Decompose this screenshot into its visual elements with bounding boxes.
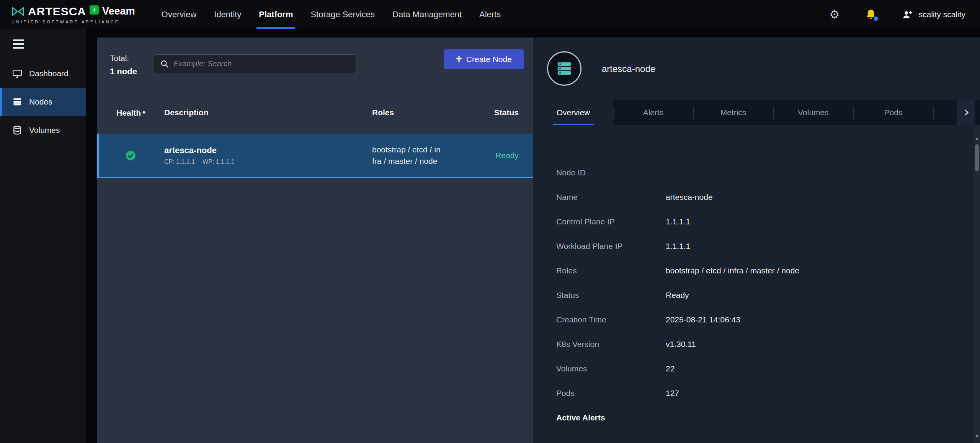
artesca-bowtie-icon — [11, 7, 24, 16]
field-name: Name artesca-node — [556, 185, 974, 209]
scrollbar-thumb[interactable] — [975, 144, 979, 171]
brand-name: ARTESCA — [28, 5, 86, 18]
main-nav: Overview Identity Platform Storage Servi… — [153, 0, 510, 29]
field-roles: Roles bootstrap / etcd / infra / master … — [556, 258, 974, 283]
sidebar-collapse-button[interactable] — [0, 29, 86, 59]
sidebar-item-volumes[interactable]: Volumes — [0, 116, 86, 144]
user-menu[interactable]: scality scality — [902, 10, 965, 20]
search-icon — [160, 59, 169, 68]
sort-asc-icon: ▴ — [142, 108, 145, 114]
create-node-button[interactable]: + Create Node — [444, 49, 524, 69]
tab-metrics[interactable]: Metrics — [693, 100, 773, 125]
menu-icon — [13, 39, 24, 49]
search-input[interactable] — [173, 59, 350, 68]
scroll-up-arrow-icon[interactable]: ▲ — [974, 136, 980, 141]
nav-platform[interactable]: Platform — [250, 0, 302, 29]
field-creation-time: Creation Time 2025-08-21 14:06:43 — [556, 307, 974, 332]
veeam-plus-badge: + — [90, 5, 99, 15]
field-node-id: Node ID — [556, 160, 974, 185]
node-table-row[interactable]: artesca-node CP: 1.1.1.1 WP: 1.1.1.1 boo… — [97, 134, 533, 178]
node-overview-content: Node ID Name artesca-node Control Plane … — [533, 125, 974, 443]
roles-cell: bootstrap / etcd / infra / master / node — [372, 144, 481, 167]
notification-dot — [873, 16, 879, 21]
column-header-roles[interactable]: Roles — [372, 108, 481, 117]
brand-logo: ARTESCA + Veeam UNIFIED SOFTWARE APPLIAN… — [11, 5, 135, 24]
health-cell — [97, 150, 164, 161]
sidebar: Dashboard Nodes Volumes — [0, 29, 86, 443]
status-cell: Ready — [481, 151, 533, 160]
nav-data-management[interactable]: Data Management — [384, 0, 470, 29]
field-workload-plane-ip: Workload Plane IP 1.1.1.1 — [556, 234, 974, 258]
node-list-panel: Total: 1 node + Create Node Health▴ Desc… — [97, 38, 533, 443]
tabs-overflow-area — [933, 100, 980, 125]
total-count: 1 node — [110, 67, 137, 77]
sidebar-item-dashboard[interactable]: Dashboard — [0, 59, 86, 88]
field-control-plane-ip: Control Plane IP 1.1.1.1 — [556, 209, 974, 234]
tab-volumes[interactable]: Volumes — [773, 100, 853, 125]
user-icon — [902, 10, 913, 20]
description-cell: artesca-node CP: 1.1.1.1 WP: 1.1.1.1 — [164, 145, 372, 165]
nav-storage-services[interactable]: Storage Services — [302, 0, 384, 29]
column-header-status[interactable]: Status — [481, 108, 533, 117]
plus-icon: + — [456, 54, 462, 64]
field-volumes: Volumes 22 — [556, 356, 974, 381]
topbar: ARTESCA + Veeam UNIFIED SOFTWARE APPLIAN… — [0, 0, 980, 29]
veeam-wordmark: Veeam — [102, 5, 135, 17]
detail-node-title: artesca-node — [602, 38, 655, 100]
node-detail-panel: artesca-node Overview Alerts Metrics Vol… — [533, 38, 980, 443]
sidebar-item-label: Dashboard — [29, 69, 69, 78]
dashboard-monitor-icon — [12, 69, 22, 78]
node-table-header: Health▴ Description Roles Status — [97, 103, 533, 122]
field-k8s-version: K8s Version v1.30.11 — [556, 332, 974, 356]
nav-alerts[interactable]: Alerts — [470, 0, 510, 29]
tab-pods[interactable]: Pods — [853, 100, 933, 125]
node-name: artesca-node — [164, 145, 372, 155]
column-header-description[interactable]: Description — [164, 108, 372, 117]
nav-identity[interactable]: Identity — [205, 0, 250, 29]
node-avatar — [547, 51, 581, 86]
workload-plane-ip: WP: 1.1.1.1 — [203, 159, 235, 165]
server-icon — [555, 60, 573, 77]
total-label: Total: — [110, 54, 129, 63]
sidebar-item-label: Volumes — [29, 126, 60, 135]
create-node-label: Create Node — [466, 55, 512, 64]
control-plane-ip: CP: 1.1.1.1 — [164, 159, 195, 165]
scroll-down-arrow-icon[interactable]: ▼ — [974, 434, 980, 438]
tabs-scroll-right-button[interactable] — [957, 100, 975, 125]
health-ok-icon — [126, 150, 136, 161]
column-header-health[interactable]: Health▴ — [97, 108, 164, 118]
brand-subtitle: UNIFIED SOFTWARE APPLIANCE — [11, 20, 135, 24]
user-name: scality scality — [918, 10, 965, 19]
tab-overview[interactable]: Overview — [533, 100, 613, 125]
node-meta: CP: 1.1.1.1 WP: 1.1.1.1 — [164, 159, 372, 165]
nav-overview[interactable]: Overview — [153, 0, 206, 29]
nodes-server-icon — [12, 97, 22, 107]
field-pods: Pods 127 — [556, 381, 974, 405]
sidebar-item-label: Nodes — [29, 97, 52, 106]
detail-scrollbar[interactable]: ▲ ▼ — [974, 125, 980, 443]
node-search — [154, 54, 356, 73]
detail-tabs: Overview Alerts Metrics Volumes Pods — [533, 100, 980, 125]
gear-icon[interactable]: ⚙ — [830, 9, 840, 20]
volumes-stack-icon — [12, 125, 22, 135]
active-alerts-heading: Active Alerts — [556, 405, 974, 430]
notifications-bell-icon[interactable] — [865, 8, 877, 21]
tab-alerts[interactable]: Alerts — [613, 100, 693, 125]
topbar-right: ⚙ scality scality — [830, 0, 965, 29]
sidebar-item-nodes[interactable]: Nodes — [0, 88, 86, 116]
chevron-right-icon — [962, 108, 970, 117]
field-status: Status Ready — [556, 283, 974, 307]
